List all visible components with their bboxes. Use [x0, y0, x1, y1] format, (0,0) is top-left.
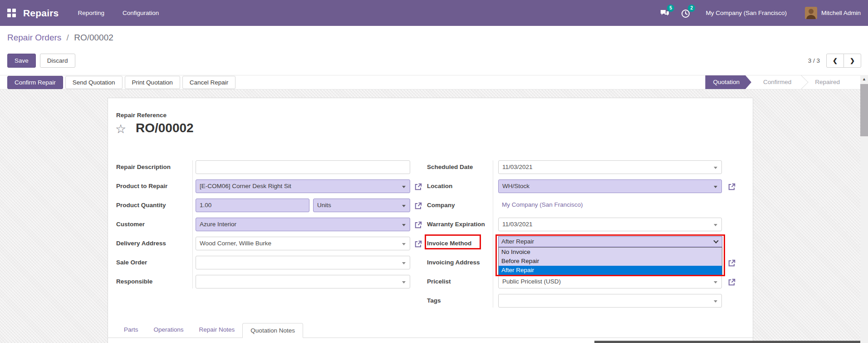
dropdown-caret-icon[interactable] [714, 281, 717, 283]
messages-icon[interactable]: 5 [659, 8, 670, 19]
dropdown-caret-icon[interactable] [402, 281, 406, 283]
dropdown-caret-icon[interactable] [714, 186, 717, 188]
invoice-method-select[interactable]: After Repair [498, 236, 722, 247]
repair-description-input[interactable] [196, 160, 410, 174]
form-view-background: Repair Reference ☆ RO/00002 Repair Descr… [0, 89, 868, 343]
location-field[interactable]: WH/Stock [498, 179, 722, 193]
reference-field-label: Repair Reference [116, 112, 167, 119]
dropdown-caret-icon[interactable] [402, 262, 406, 264]
discard-button[interactable]: Discard [40, 54, 75, 68]
column-divider [192, 160, 193, 288]
dropdown-caret-icon[interactable] [402, 243, 406, 245]
breadcrumb-current: RO/00002 [74, 33, 113, 42]
external-link-icon[interactable] [414, 220, 423, 229]
tab-quotation-notes[interactable]: Quotation Notes [242, 323, 303, 338]
confirm-repair-button[interactable]: Confirm Repair [7, 76, 63, 89]
breadcrumb: Repair Orders / RO/00002 [7, 33, 113, 43]
horizontal-scrollbar-thumb[interactable] [594, 341, 860, 343]
breadcrumb-parent-link[interactable]: Repair Orders [7, 33, 61, 42]
product-quantity-input[interactable]: 1.00 [196, 199, 309, 212]
save-button[interactable]: Save [7, 54, 36, 68]
delivery-address-field[interactable]: Wood Corner, Willie Burke [196, 237, 410, 250]
messages-count-badge: 5 [667, 5, 674, 12]
dropdown-caret-icon[interactable] [714, 300, 717, 303]
external-link-icon[interactable] [727, 258, 736, 268]
repair-reference-title: RO/00002 [136, 121, 194, 135]
invoicing-address-label: Invoicing Address [427, 256, 491, 269]
customer-label: Customer [116, 218, 190, 231]
menu-configuration[interactable]: Configuration [123, 10, 159, 16]
activities-count-badge: 2 [688, 5, 695, 12]
repair-order-form-view: Repairs Reporting Configuration 5 2 My C… [0, 0, 868, 343]
company-switcher[interactable]: My Company (San Francisco) [706, 10, 787, 16]
scheduled-date-label: Scheduled Date [427, 160, 491, 174]
option-no-invoice[interactable]: No Invoice [499, 248, 722, 257]
dropdown-caret-icon[interactable] [402, 186, 406, 188]
pager-previous-button[interactable]: ❮ [826, 54, 844, 68]
invoice-method-options-list: No Invoice Before Repair After Repair [498, 247, 722, 275]
vertical-scrollbar[interactable]: ▲ [860, 75, 868, 343]
chevron-right-icon: ❯ [850, 57, 855, 64]
option-after-repair[interactable]: After Repair [499, 266, 722, 275]
responsible-field[interactable] [196, 275, 410, 288]
external-link-icon[interactable] [727, 182, 736, 191]
pager-next-button[interactable]: ❯ [843, 54, 861, 68]
status-step-repaired[interactable]: Repaired [803, 75, 852, 89]
favorite-star-icon[interactable]: ☆ [115, 122, 126, 136]
external-link-icon[interactable] [414, 182, 423, 191]
dropdown-caret-icon[interactable] [714, 167, 717, 169]
user-menu[interactable]: Mitchell Admin [805, 7, 861, 19]
menu-reporting[interactable]: Reporting [78, 10, 104, 16]
send-quotation-button[interactable]: Send Quotation [65, 76, 123, 89]
notebook-tabs: Parts Operations Repair Notes Quotation … [108, 323, 753, 338]
dropdown-caret-icon[interactable] [402, 205, 406, 207]
apps-menu-icon[interactable] [7, 9, 16, 17]
avatar [805, 7, 817, 19]
sale-order-field[interactable] [196, 256, 410, 269]
print-quotation-button[interactable]: Print Quotation [125, 76, 180, 89]
option-before-repair[interactable]: Before Repair [499, 257, 722, 266]
activities-icon[interactable]: 2 [680, 8, 691, 19]
pricelist-label: Pricelist [427, 275, 491, 288]
tags-label: Tags [427, 294, 491, 308]
external-link-icon[interactable] [414, 201, 423, 210]
tags-field[interactable] [498, 294, 722, 308]
sale-order-label: Sale Order [116, 256, 190, 269]
tab-parts[interactable]: Parts [116, 323, 146, 338]
delivery-address-label: Delivery Address [116, 237, 190, 250]
product-to-repair-field[interactable]: [E-COM06] Corner Desk Right Sit [196, 179, 410, 193]
top-navbar: Repairs Reporting Configuration 5 2 My C… [0, 0, 868, 26]
dropdown-caret-icon[interactable] [402, 224, 406, 226]
repair-description-label: Repair Description [116, 160, 190, 174]
pricelist-field[interactable]: Public Pricelist (USD) [498, 275, 722, 288]
scheduled-date-field[interactable]: 11/03/2021 [498, 160, 722, 174]
user-name: Mitchell Admin [821, 10, 861, 16]
product-to-repair-label: Product to Repair [116, 179, 190, 193]
unit-of-measure-field[interactable]: Units [313, 199, 410, 212]
breadcrumb-separator: / [67, 33, 69, 42]
column-divider [493, 160, 493, 308]
app-name[interactable]: Repairs [23, 8, 59, 19]
warranty-expiration-label: Warranty Expiration [427, 218, 491, 231]
external-link-icon[interactable] [414, 239, 423, 249]
responsible-label: Responsible [116, 275, 190, 288]
vertical-scrollbar-thumb[interactable] [860, 84, 868, 136]
tab-repair-notes[interactable]: Repair Notes [191, 323, 243, 338]
warranty-expiration-field[interactable]: 11/03/2021 [498, 218, 722, 231]
chevron-left-icon: ❮ [833, 57, 838, 64]
select-chevron-down-icon [713, 238, 718, 243]
customer-field[interactable]: Azure Interior [196, 218, 410, 231]
product-quantity-label: Product Quantity [116, 199, 190, 212]
statusbar-row: Confirm Repair Send Quotation Print Quot… [0, 75, 868, 89]
record-pager: 3 / 3 ❮ ❯ [808, 54, 861, 68]
tab-operations[interactable]: Operations [146, 323, 191, 338]
company-label: Company [427, 199, 491, 212]
company-value-link[interactable]: My Company (San Francisco) [498, 199, 722, 212]
dropdown-caret-icon[interactable] [714, 224, 717, 226]
status-step-confirmed[interactable]: Confirmed [751, 75, 803, 89]
external-link-icon[interactable] [727, 278, 736, 287]
scroll-up-arrow-icon[interactable]: ▲ [860, 75, 868, 83]
location-label: Location [427, 179, 491, 193]
cancel-repair-button[interactable]: Cancel Repair [182, 76, 236, 89]
status-step-quotation[interactable]: Quotation [705, 75, 751, 89]
